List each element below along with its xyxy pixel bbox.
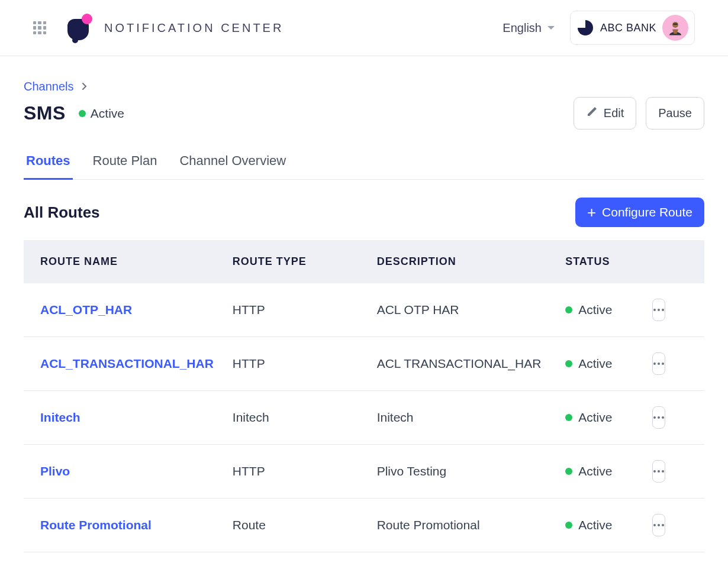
status-dot-icon [565,360,572,367]
table-row: ACL_TRANSACTIONAL_HARHTTPACL TRANSACTION… [24,337,704,391]
more-actions-button[interactable] [652,514,665,536]
title-left: SMS Active [24,102,124,124]
tab-channel-overview[interactable]: Channel Overview [177,147,288,180]
col-status: STATUS [556,240,656,283]
org-name: ABC BANK [600,22,656,34]
route-type: HTTP [223,445,368,499]
route-name-link[interactable]: Route Promotional [40,518,152,532]
route-description: Plivo Testing [368,445,556,499]
svg-point-13 [662,470,664,473]
header-left: NOTIFICATION CENTER [33,15,284,40]
status-dot-icon [565,522,572,529]
status-text: Active [578,518,612,532]
route-description: ACL OTP HAR [368,283,556,337]
svg-point-5 [653,363,656,365]
col-actions [656,240,704,283]
status-text: Active [578,303,612,317]
more-actions-button[interactable] [652,406,665,429]
org-card[interactable]: ABC BANK [570,11,695,45]
route-type: HTTP [223,283,368,337]
tab-route-plan[interactable]: Route Plan [91,147,160,180]
ellipsis-icon [653,362,665,365]
route-name-link[interactable]: Plivo [40,464,70,478]
status-badge: Active [565,464,646,478]
section-head: All Routes + Configure Route [24,198,704,227]
svg-point-3 [658,309,660,311]
svg-point-11 [653,470,656,473]
route-type: Route [223,499,368,552]
language-select[interactable]: English [502,21,555,35]
svg-point-12 [658,470,660,473]
more-actions-button[interactable] [652,352,665,375]
title-row: SMS Active Edit Pause [24,97,704,130]
status-badge: Active [565,357,646,371]
chevron-down-icon [547,26,555,30]
status-dot-icon [565,414,572,421]
routes-table: ROUTE NAME ROUTE TYPE DESCRIPTION STATUS… [24,240,704,552]
plus-icon: + [587,205,596,220]
svg-point-8 [653,416,656,419]
status-dot-icon [565,306,572,313]
page-title: SMS [24,102,66,124]
route-type: Initech [223,391,368,445]
more-actions-button[interactable] [652,299,665,321]
table-row: Route PromotionalRouteRoute PromotionalA… [24,499,704,552]
route-description: Initech [368,391,556,445]
svg-rect-1 [673,24,678,25]
table-row: ACL_OTP_HARHTTPACL OTP HARActive [24,283,704,337]
edit-label: Edit [604,106,624,120]
logo[interactable]: NOTIFICATION CENTER [67,15,284,40]
ellipsis-icon [653,470,665,473]
pencil-icon [586,106,598,121]
col-description: DESCRIPTION [368,240,556,283]
route-description: Route Promotional [368,499,556,552]
edit-button[interactable]: Edit [574,97,636,130]
route-type: HTTP [223,337,368,391]
language-label: English [502,21,542,35]
status-text: Active [578,410,612,425]
app-grid-icon[interactable] [33,21,46,34]
table-row: PlivoHTTPPlivo TestingActive [24,445,704,499]
more-actions-button[interactable] [652,460,665,483]
svg-point-6 [658,363,660,365]
status-badge: Active [565,410,646,425]
pause-button[interactable]: Pause [646,97,704,130]
status-dot-icon [79,110,86,117]
route-name-link[interactable]: ACL_TRANSACTIONAL_HAR [40,357,214,370]
ellipsis-icon [653,416,665,419]
status-text: Active [91,106,124,121]
header-right: English ABC BANK [502,11,695,45]
breadcrumb: Channels [24,80,704,93]
route-name-link[interactable]: Initech [40,410,80,424]
title-actions: Edit Pause [574,97,704,130]
ellipsis-icon [653,523,665,527]
status-text: Active [578,464,612,478]
svg-point-4 [662,309,664,311]
app-title: NOTIFICATION CENTER [104,21,284,35]
header: NOTIFICATION CENTER English ABC BANK [0,0,728,56]
route-description: ACL TRANSACTIONAL_HAR [368,337,556,391]
status-badge: Active [79,106,124,121]
svg-point-15 [658,524,660,526]
svg-point-14 [653,524,656,526]
route-name-link[interactable]: ACL_OTP_HAR [40,303,132,316]
table-header-row: ROUTE NAME ROUTE TYPE DESCRIPTION STATUS [24,240,704,283]
ellipsis-icon [653,308,665,312]
svg-point-10 [662,416,664,419]
svg-point-16 [662,524,664,526]
status-badge: Active [565,518,646,532]
chevron-right-icon [81,82,88,92]
breadcrumb-channels[interactable]: Channels [24,80,74,93]
status-dot-icon [565,468,572,475]
bell-icon [67,15,92,40]
svg-point-9 [658,416,660,419]
org-logo-icon [576,19,594,37]
configure-route-button[interactable]: + Configure Route [575,198,704,227]
tab-routes[interactable]: Routes [24,147,73,180]
avatar[interactable] [662,15,688,41]
pause-label: Pause [658,106,692,120]
main: Channels SMS Active Edit Pause RoutesRou [0,56,728,552]
svg-point-7 [662,363,664,365]
table-row: InitechInitechInitechActive [24,391,704,445]
section-title: All Routes [24,203,100,222]
